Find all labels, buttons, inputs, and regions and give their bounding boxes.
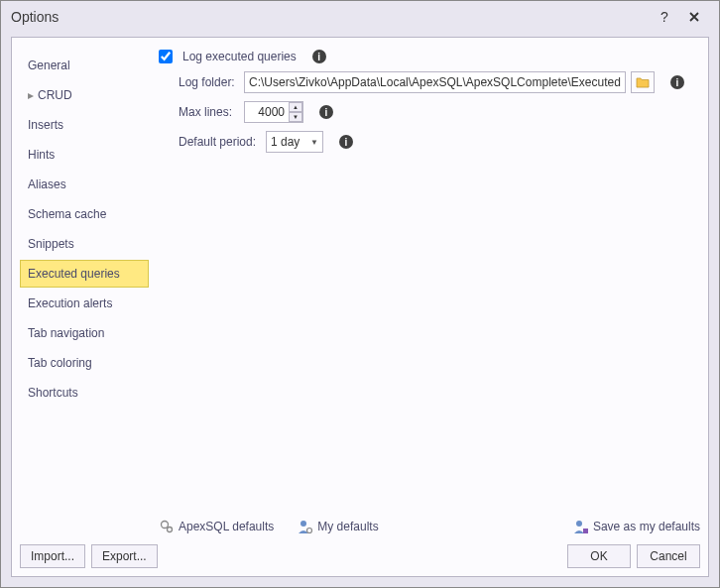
spinner-down-button[interactable]: ▼ bbox=[289, 112, 302, 122]
sidebar-item-aliases[interactable]: Aliases bbox=[20, 171, 149, 198]
log-folder-label: Log folder: bbox=[179, 75, 238, 89]
chevron-down-icon: ▼ bbox=[310, 138, 318, 147]
svg-point-3 bbox=[307, 529, 312, 533]
sidebar-item-label: Schema cache bbox=[28, 207, 106, 221]
window-title: Options bbox=[11, 9, 650, 25]
sidebar-item-label: Execution alerts bbox=[28, 296, 112, 310]
sidebar-item-hints[interactable]: Hints bbox=[20, 141, 149, 169]
sidebar-item-label: Tab coloring bbox=[28, 356, 92, 370]
svg-point-1 bbox=[168, 528, 173, 532]
svg-point-2 bbox=[300, 521, 306, 527]
info-icon[interactable]: i bbox=[670, 75, 684, 89]
log-queries-label: Log executed queries bbox=[182, 50, 297, 63]
settings-pane: Log executed queries i Log folder: i Max… bbox=[159, 46, 700, 507]
default-period-label: Default period: bbox=[179, 135, 260, 149]
log-queries-checkbox[interactable] bbox=[159, 50, 173, 63]
export-button[interactable]: Export... bbox=[91, 544, 158, 568]
sidebar-item-label: Shortcuts bbox=[28, 386, 78, 400]
sidebar-item-tab-coloring[interactable]: Tab coloring bbox=[20, 349, 149, 377]
svg-point-0 bbox=[162, 522, 169, 529]
buttons-row: Import... Export... OK Cancel bbox=[20, 544, 700, 568]
defaults-row: ApexSQL defaults My defaults Save as my … bbox=[20, 513, 700, 544]
sidebar-item-tab-navigation[interactable]: Tab navigation bbox=[20, 319, 149, 347]
sidebar-item-label: CRUD bbox=[38, 88, 72, 102]
info-icon[interactable]: i bbox=[312, 50, 326, 63]
sidebar-item-label: Snippets bbox=[28, 237, 74, 251]
svg-point-4 bbox=[576, 521, 582, 527]
link-label: ApexSQL defaults bbox=[179, 520, 274, 533]
bottom-section: ApexSQL defaults My defaults Save as my … bbox=[20, 513, 700, 568]
max-lines-row: Max lines: ▲ ▼ i bbox=[179, 101, 700, 123]
apexsql-defaults-link[interactable]: ApexSQL defaults bbox=[159, 519, 274, 534]
sidebar-item-label: Aliases bbox=[28, 177, 66, 191]
spinner-up-button[interactable]: ▲ bbox=[289, 102, 302, 112]
info-icon[interactable]: i bbox=[319, 105, 333, 119]
ok-button[interactable]: OK bbox=[567, 544, 631, 568]
main-row: General ▸CRUD Inserts Hints Aliases Sche… bbox=[20, 46, 700, 507]
sidebar-item-executed-queries[interactable]: Executed queries bbox=[20, 260, 149, 288]
sidebar-item-snippets[interactable]: Snippets bbox=[20, 230, 149, 258]
combo-value: 1 day bbox=[271, 135, 300, 149]
options-window: Options ? General ▸CRUD Inserts Hints Al… bbox=[0, 0, 720, 588]
default-period-row: Default period: 1 day ▼ i bbox=[179, 131, 700, 153]
log-folder-input[interactable] bbox=[244, 71, 626, 93]
sidebar-item-label: Tab navigation bbox=[28, 326, 104, 340]
chevron-right-icon: ▸ bbox=[28, 88, 38, 102]
cancel-button[interactable]: Cancel bbox=[637, 544, 700, 568]
sidebar-item-crud[interactable]: ▸CRUD bbox=[20, 81, 149, 109]
gears-icon bbox=[159, 519, 175, 534]
default-period-combo[interactable]: 1 day ▼ bbox=[266, 131, 323, 153]
max-lines-label: Max lines: bbox=[179, 105, 238, 119]
sidebar: General ▸CRUD Inserts Hints Aliases Sche… bbox=[20, 46, 149, 507]
sidebar-item-label: General bbox=[28, 59, 70, 72]
info-icon[interactable]: i bbox=[339, 135, 353, 149]
svg-rect-5 bbox=[583, 529, 588, 533]
sidebar-item-shortcuts[interactable]: Shortcuts bbox=[20, 379, 149, 407]
sidebar-item-label: Inserts bbox=[28, 118, 63, 132]
user-gear-icon bbox=[298, 519, 313, 534]
content-area: General ▸CRUD Inserts Hints Aliases Sche… bbox=[11, 37, 709, 577]
help-button[interactable]: ? bbox=[650, 5, 679, 29]
link-label: My defaults bbox=[317, 520, 378, 533]
sidebar-item-label: Hints bbox=[28, 148, 55, 162]
link-label: Save as my defaults bbox=[593, 520, 700, 533]
save-my-defaults-link[interactable]: Save as my defaults bbox=[573, 519, 700, 534]
browse-button[interactable] bbox=[631, 71, 655, 93]
sidebar-item-schema-cache[interactable]: Schema cache bbox=[20, 200, 149, 228]
sidebar-item-inserts[interactable]: Inserts bbox=[20, 111, 149, 139]
import-button[interactable]: Import... bbox=[20, 544, 85, 568]
log-folder-row: Log folder: i bbox=[179, 71, 700, 93]
log-queries-row: Log executed queries i bbox=[159, 50, 700, 63]
close-button[interactable] bbox=[679, 5, 709, 29]
user-save-icon bbox=[573, 519, 589, 534]
titlebar: Options ? bbox=[1, 1, 719, 33]
sidebar-item-execution-alerts[interactable]: Execution alerts bbox=[20, 290, 149, 317]
close-icon bbox=[688, 11, 700, 23]
my-defaults-link[interactable]: My defaults bbox=[298, 519, 378, 534]
folder-icon bbox=[636, 76, 650, 88]
sidebar-item-label: Executed queries bbox=[28, 267, 120, 281]
sidebar-item-general[interactable]: General bbox=[20, 52, 149, 79]
